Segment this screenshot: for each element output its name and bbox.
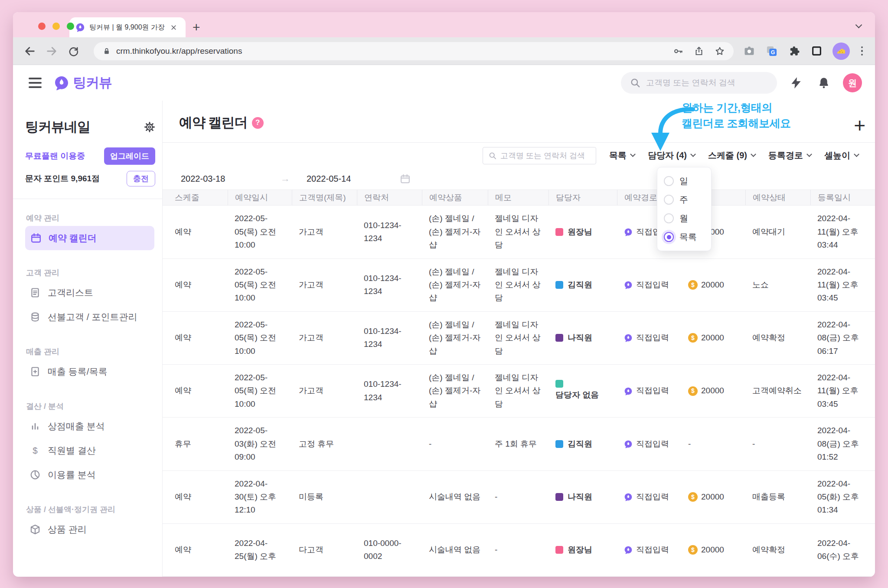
filter-view-mode[interactable]: 목록 — [609, 150, 635, 161]
col-schedule: 스케줄 — [163, 190, 228, 205]
lock-icon — [102, 47, 111, 56]
filter-channel[interactable]: 등록경로 — [768, 150, 811, 161]
table-row[interactable]: 휴무 2022-05-03(화) 오전 09:00 고정 휴무 - 주 1회 휴… — [163, 418, 875, 470]
browser-tab[interactable]: 팅커뷰 | 월 9,900원 가장 합리적인 — [69, 17, 186, 37]
cell-schedule: 예약 — [163, 524, 228, 576]
staff-color-swatch — [555, 281, 563, 289]
cell-customer: 가고객 — [292, 312, 357, 364]
share-icon[interactable] — [692, 44, 706, 58]
cell-product: (손) 젤네일 / (손) 젤제거-자샵 — [422, 259, 488, 311]
sidebar-item-usage-analysis[interactable]: 이용률 분석 — [25, 463, 155, 487]
cell-staff: 나직원 — [548, 312, 614, 364]
cell-phone: 010-1234-1234 — [357, 259, 422, 311]
radio-icon — [664, 176, 674, 186]
global-search-input[interactable]: 고객명 또는 연락처 검색 — [621, 72, 777, 94]
table-row[interactable]: 예약 2022-05-05(목) 오전 10:00 가고객 010-1234-1… — [163, 365, 875, 418]
table-row[interactable]: 예약 2022-05-05(목) 오전 10:00 가고객 010-1234-1… — [163, 206, 875, 258]
profile-avatar[interactable] — [832, 42, 850, 60]
url-text: crm.thinkofyou.kr/app/reservations — [116, 46, 664, 56]
cell-status: 예약대기 — [745, 206, 810, 258]
table-search-placeholder: 고객명 또는 연락처 검색 — [500, 150, 585, 161]
channel-pin-icon — [624, 546, 633, 554]
deposit-coin-icon: $ — [688, 280, 698, 290]
section-sales-management: 매출 관리 — [26, 346, 155, 357]
table-row[interactable]: 예약 2022-04-25(월) 오후 다고객 010-0000-0002 시술… — [163, 524, 875, 577]
cell-channel: 직접입력 — [617, 471, 681, 523]
date-from-input[interactable]: 2022-03-18 — [181, 174, 281, 184]
brand-logo[interactable]: 팅커뷰 — [54, 74, 112, 92]
filter-cell-height[interactable]: 셀높이 — [824, 150, 859, 161]
database-icon — [29, 311, 41, 323]
reload-button[interactable] — [66, 44, 81, 59]
deposit-coin-icon: $ — [688, 386, 698, 396]
address-bar[interactable]: crm.thinkofyou.kr/app/reservations — [94, 42, 734, 60]
cell-staff: 원장님 — [548, 524, 614, 576]
table-search-input[interactable]: 고객명 또는 연락처 검색 — [483, 147, 596, 164]
sidebar-divider — [13, 199, 162, 199]
channel-pin-icon — [624, 440, 633, 448]
forward-button[interactable] — [44, 44, 59, 59]
view-option-month[interactable]: 월 — [657, 209, 711, 228]
search-icon — [488, 151, 497, 160]
cell-registered: 2022-04-08(금) 오후 01:52 — [810, 418, 875, 470]
col-customer: 고객명(제목) — [292, 190, 357, 205]
tab-search-chevron-icon[interactable] — [855, 22, 862, 29]
sidebar-item-store-sales-analysis[interactable]: 상점매출 분석 — [25, 414, 155, 438]
sidebar-item-reservation-calendar[interactable]: 예약 캘린더 — [25, 226, 154, 250]
sidebar-item-staff-settlement[interactable]: $ 직원별 결산 — [25, 438, 155, 463]
window-close-button[interactable] — [38, 23, 46, 30]
charge-button[interactable]: 충전 — [127, 171, 155, 186]
cell-staff: 담당자 없음 — [548, 365, 614, 417]
user-avatar[interactable]: 원 — [843, 73, 862, 92]
browser-toolbar: crm.thinkofyou.kr/app/reservations G — [13, 37, 875, 65]
date-to-input[interactable]: 2022-05-14 — [307, 174, 400, 184]
view-option-day[interactable]: 일 — [657, 172, 711, 190]
channel-pin-icon — [624, 281, 633, 289]
calendar-icon — [30, 232, 42, 244]
coachmark-annotation: 원하는 기간,형태의 캘린더로 조회해보세요 — [682, 100, 790, 131]
help-badge[interactable]: ? — [252, 117, 264, 129]
settings-gear-icon[interactable] — [144, 121, 155, 133]
cell-product: 시술내역 없음 — [422, 524, 488, 576]
menu-hamburger-icon[interactable] — [29, 78, 42, 88]
svg-text:$: $ — [33, 445, 38, 455]
cell-staff: 나직원 — [548, 471, 614, 523]
sidebar-item-prepaid-points[interactable]: 선불고객 / 포인트관리 — [25, 305, 155, 329]
upgrade-button[interactable]: 업그레이드 — [104, 147, 155, 165]
channel-pin-icon — [624, 228, 633, 236]
bookmark-star-icon[interactable] — [713, 44, 727, 58]
quick-actions-bolt-icon[interactable] — [787, 74, 805, 91]
add-reservation-button[interactable]: + — [854, 115, 865, 135]
browser-menu-icon[interactable] — [859, 46, 866, 56]
section-product-management: 상품 / 선불액·정기권 관리 — [26, 504, 155, 515]
sidebar-item-customer-list[interactable]: 고객리스트 — [25, 281, 155, 305]
translate-icon[interactable]: G — [765, 44, 779, 58]
password-key-icon[interactable] — [671, 44, 685, 58]
back-button[interactable] — [23, 44, 37, 59]
extensions-puzzle-icon[interactable] — [787, 44, 801, 58]
filter-staff[interactable]: 담당자 (4) — [648, 150, 695, 161]
reading-mode-icon[interactable] — [810, 44, 824, 58]
screenshot-camera-icon[interactable] — [742, 44, 756, 58]
cell-channel: 직접입력 — [617, 312, 681, 364]
deposit-coin-icon: $ — [688, 492, 698, 502]
brand-name: 팅커뷰 — [73, 74, 112, 92]
filter-schedule[interactable]: 스케줄 (9) — [708, 150, 755, 161]
new-tab-button[interactable]: + — [193, 21, 200, 34]
browser-tab-strip: 팅커뷰 | 월 9,900원 가장 합리적인 + — [13, 12, 875, 37]
close-tab-icon[interactable] — [170, 24, 177, 31]
window-minimize-button[interactable] — [52, 23, 60, 30]
table-row[interactable]: 예약 2022-04-30(토) 오후 12:10 미등록 시술내역 없음 - … — [163, 471, 875, 524]
table-row[interactable]: 예약 2022-05-05(목) 오전 10:00 가고객 010-1234-1… — [163, 312, 875, 365]
calendar-picker-icon[interactable] — [400, 173, 411, 184]
view-option-week[interactable]: 주 — [657, 190, 711, 209]
cell-memo: - — [488, 524, 548, 576]
cell-registered: 2022-04-05(화) 오후 01:34 — [810, 471, 875, 523]
view-option-list[interactable]: 목록 — [657, 228, 711, 246]
table-row[interactable]: 예약 2022-05-05(목) 오전 10:00 가고객 010-1234-1… — [163, 259, 875, 312]
cell-channel: 직접입력 — [617, 259, 681, 311]
sidebar-item-sales-register[interactable]: 매출 등록/목록 — [25, 359, 155, 384]
notifications-bell-icon[interactable] — [815, 74, 832, 91]
window-zoom-button[interactable] — [67, 23, 74, 30]
sidebar-item-product-management[interactable]: 상품 관리 — [25, 517, 155, 542]
